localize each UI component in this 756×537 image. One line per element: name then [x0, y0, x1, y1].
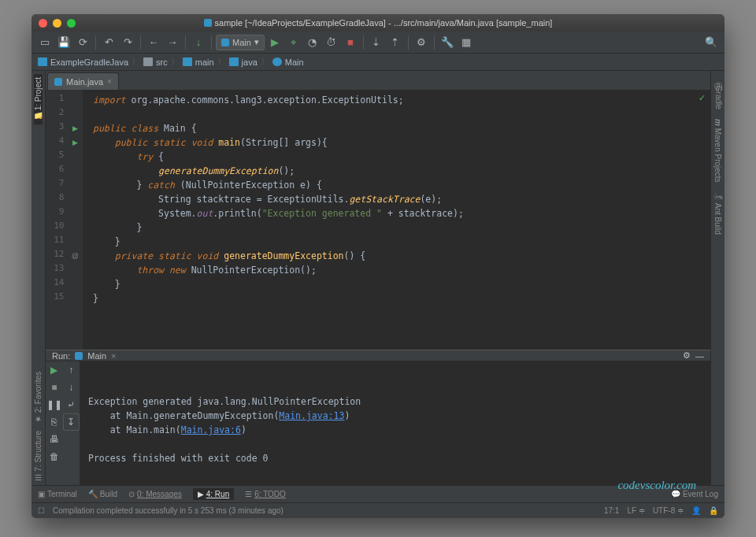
vcs-update-icon[interactable]: ⇣: [368, 34, 385, 51]
project-structure-icon[interactable]: ⚙: [413, 34, 430, 51]
wrench-icon[interactable]: 🔧: [439, 34, 456, 51]
stop-icon[interactable]: ■: [342, 34, 359, 51]
search-icon[interactable]: 🔍: [702, 34, 720, 51]
tool-ant[interactable]: 🐜 Ant Build: [713, 187, 722, 239]
open-file-icon[interactable]: ▭: [36, 34, 54, 51]
project-icon: [38, 57, 47, 66]
window-title: sample [~/IdeaProjects/ExampleGradleJava…: [32, 18, 724, 28]
tool-gradle[interactable]: ⓖ Gradle: [713, 71, 724, 114]
pause-icon[interactable]: ❚❚: [46, 396, 63, 413]
breadcrumb-item[interactable]: java: [242, 57, 258, 67]
run-config-icon: [221, 39, 229, 46]
debug-icon[interactable]: ⌖: [285, 34, 302, 51]
tool-maven[interactable]: m Maven Projects: [713, 114, 722, 187]
down-stack-icon[interactable]: ↓: [63, 379, 80, 396]
editor-tabs: Main.java ×: [46, 71, 710, 90]
java-file-icon: [54, 78, 62, 86]
hector-icon[interactable]: 👤: [691, 506, 701, 515]
gear-icon[interactable]: ⚙: [683, 350, 691, 361]
scroll-to-end-icon[interactable]: ↧: [63, 413, 80, 431]
refresh-icon[interactable]: ⟳: [74, 34, 91, 51]
left-tool-strip: 📁1: Project ★ 2: Favorites ☰ 7: Structur…: [32, 71, 46, 485]
tab-label: Main.java: [66, 77, 103, 87]
lock-icon[interactable]: 🔒: [709, 506, 718, 515]
print-icon[interactable]: 🖶: [46, 431, 63, 448]
folder-icon: [143, 57, 153, 66]
chevron-down-icon: ▾: [254, 37, 259, 47]
ide-window: sample [~/IdeaProjects/ExampleGradleJava…: [32, 14, 724, 518]
folder-icon: [183, 57, 192, 66]
minimize-panel-icon[interactable]: —: [695, 351, 704, 361]
rerun-icon[interactable]: ▶: [46, 361, 63, 379]
forward-icon[interactable]: →: [164, 34, 181, 51]
soft-wrap-icon[interactable]: ⤶: [63, 396, 80, 413]
profile-icon[interactable]: ⏱: [323, 34, 340, 51]
run-panel-title: Run:: [52, 351, 70, 361]
watermark: codevscolor.com: [617, 478, 696, 492]
undo-icon[interactable]: ↶: [100, 34, 117, 51]
titlebar: sample [~/IdeaProjects/ExampleGradleJava…: [32, 14, 724, 31]
breadcrumb-item[interactable]: ExampleGradleJava: [50, 57, 128, 67]
code-editor[interactable]: 123456789101112131415 ▶▶@ import org.apa…: [46, 90, 710, 350]
trash-icon[interactable]: 🗑: [46, 448, 63, 465]
breadcrumb-item[interactable]: src: [156, 57, 168, 67]
caret-position[interactable]: 17:1: [604, 506, 619, 515]
run-icon[interactable]: ▶: [266, 34, 284, 51]
vcs-commit-icon[interactable]: ⇡: [387, 34, 404, 51]
dump-icon[interactable]: ⎘: [46, 413, 63, 431]
back-icon[interactable]: ←: [145, 34, 162, 51]
run-panel: Run: Main × ⚙ — ▶ ↑ ■ ↓ ❚❚ ⤶: [46, 350, 710, 485]
folder-icon: [229, 57, 239, 66]
close-tab-icon[interactable]: ×: [107, 77, 112, 86]
up-stack-icon[interactable]: ↑: [63, 361, 80, 379]
status-bar: ☐ Compilation completed successfully in …: [32, 502, 724, 518]
redo-icon[interactable]: ↷: [119, 34, 136, 51]
right-tool-strip: ⓖ Gradle m Maven Projects 🐜 Ant Build: [710, 71, 724, 485]
class-icon: [272, 57, 282, 66]
stacktrace-link[interactable]: Main.java:13: [279, 410, 344, 421]
run-config-label: Main: [232, 38, 251, 47]
status-icon[interactable]: ☐: [38, 506, 45, 515]
editor-tab[interactable]: Main.java ×: [47, 72, 119, 90]
breadcrumb: ExampleGradleJava 〉 src 〉 main 〉 java 〉 …: [32, 54, 724, 71]
line-separator[interactable]: LF ≑: [627, 506, 644, 515]
coverage-icon[interactable]: ◔: [304, 34, 321, 51]
file-encoding[interactable]: UTF-8 ≑: [653, 506, 684, 515]
tool-favorites[interactable]: ★ 2: Favorites: [34, 368, 43, 427]
run-config-icon: [75, 352, 83, 360]
run-output[interactable]: Exception generated java.lang.NullPointe…: [80, 361, 710, 498]
stop-icon[interactable]: ■: [46, 379, 63, 396]
breadcrumb-item[interactable]: main: [195, 57, 214, 67]
main-toolbar: ▭ 💾 ⟳ ↶ ↷ ← → ↓ Main ▾ ▶ ⌖ ◔ ⏱ ■ ⇣ ⇡ ⚙ 🔧…: [32, 31, 724, 54]
tab-terminal[interactable]: ▣ Terminal: [38, 490, 77, 498]
save-icon[interactable]: 💾: [55, 34, 72, 51]
inspection-indicator-icon[interactable]: ✓: [699, 93, 706, 103]
tool-structure[interactable]: ☰ 7: Structure: [34, 428, 43, 485]
sdk-icon[interactable]: ▦: [458, 34, 475, 51]
breadcrumb-item[interactable]: Main: [285, 57, 304, 67]
run-tab-label[interactable]: Main: [87, 351, 106, 361]
close-run-tab-icon[interactable]: ×: [111, 351, 116, 361]
run-config-selector[interactable]: Main ▾: [216, 35, 265, 50]
status-message: Compilation completed successfully in 5 …: [53, 506, 284, 515]
stacktrace-link[interactable]: Main.java:6: [181, 424, 241, 435]
build-icon[interactable]: ↓: [190, 34, 207, 51]
tool-project[interactable]: 📁1: Project: [34, 74, 43, 124]
run-toolbar: ▶ ↑ ■ ↓ ❚❚ ⤶ ⎘ ↧ 🖶 🗑: [46, 361, 80, 498]
